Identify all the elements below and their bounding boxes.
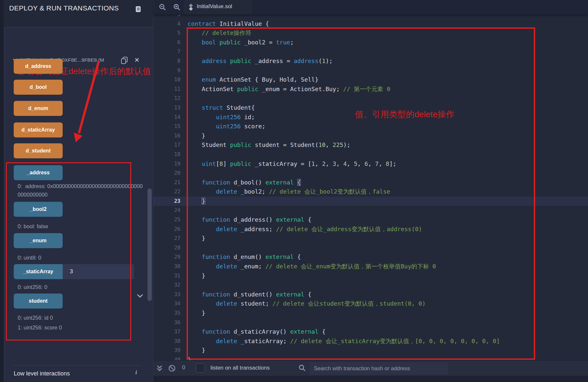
line-number[interactable]: 27	[153, 234, 180, 243]
line-number[interactable]: 28	[153, 243, 180, 253]
terminal-content	[153, 376, 588, 382]
zoom-in-icon[interactable]	[173, 4, 180, 11]
line-number[interactable]: 33	[153, 290, 180, 299]
tab-initialvalue-sol[interactable]: InitialValue.sol	[184, 0, 252, 14]
line-number[interactable]: 39	[153, 346, 180, 355]
line-number[interactable]: 12	[153, 94, 180, 103]
red-annotation-code: 值、引用类型的delete操作	[355, 109, 455, 120]
solidity-icon	[188, 3, 194, 11]
line-number[interactable]: 10	[153, 75, 180, 85]
line-number[interactable]: 36	[153, 318, 180, 327]
listen-checkbox[interactable]	[196, 363, 205, 373]
line-number[interactable]: 22	[153, 187, 180, 197]
line-number[interactable]: 38	[153, 337, 180, 346]
line-number[interactable]: 17	[153, 140, 180, 150]
panel-left-edge	[0, 0, 4, 382]
line-number[interactable]: 18	[153, 150, 180, 159]
info-icon[interactable]: i	[135, 369, 137, 376]
line-number[interactable]: 11	[153, 85, 180, 94]
line-number[interactable]: 32	[153, 280, 180, 290]
collapse-terminal-icon[interactable]	[157, 365, 162, 372]
tab-label: InitialValue.sol	[197, 3, 232, 10]
line-number[interactable]: 9	[153, 66, 180, 75]
code-line-4[interactable]: 4contract InitialValue {	[153, 19, 588, 29]
line-number[interactable]: 23	[153, 197, 180, 206]
line-number[interactable]: 31	[153, 271, 180, 281]
line-number[interactable]: 34	[153, 299, 180, 309]
line-number[interactable]: 26	[153, 225, 180, 234]
line-number[interactable]: 13	[153, 103, 180, 113]
line-number[interactable]: 24	[153, 206, 180, 215]
line-number[interactable]: 20	[153, 168, 180, 178]
terminal-bar: 0 listen on all transactions	[153, 360, 588, 376]
journal-icon[interactable]	[135, 6, 142, 13]
remix-ide-screen: DEPLOY & RUN TRANSACTIONS INITIALVALUE A…	[0, 0, 588, 382]
line-number[interactable]: 15	[153, 122, 180, 131]
line-number[interactable]: 14	[153, 113, 180, 122]
panel-title: DEPLOY & RUN TRANSACTIONS	[9, 4, 119, 12]
line-number[interactable]: 5	[153, 28, 180, 38]
line-number[interactable]: 7	[153, 47, 180, 56]
line-number[interactable]: 29	[153, 252, 180, 262]
line-number[interactable]: 6	[153, 38, 180, 47]
deploy-run-panel: DEPLOY & RUN TRANSACTIONS INITIALVALUE A…	[0, 0, 153, 382]
zoom-out-icon[interactable]	[159, 4, 166, 11]
search-icon	[298, 364, 306, 372]
code-text: contract InitialValue {	[180, 19, 269, 29]
transaction-count-badge: 0	[182, 364, 185, 371]
line-number[interactable]: 19	[153, 159, 180, 169]
panel-scrollbar[interactable]	[147, 188, 152, 301]
editor-tab-bar: InitialValue.sol	[153, 0, 588, 14]
expand-chevron-icon[interactable]	[137, 294, 143, 298]
line-number[interactable]: 4	[153, 19, 180, 29]
red-highlight-box-results	[6, 162, 131, 341]
red-highlight-box-code	[187, 27, 535, 360]
line-number[interactable]: 35	[153, 309, 180, 318]
transaction-search-input[interactable]	[309, 362, 448, 374]
line-number[interactable]: 30	[153, 262, 180, 271]
line-number[interactable]: 25	[153, 215, 180, 225]
line-number[interactable]: 37	[153, 327, 180, 337]
listen-label: listen on all transactions	[210, 365, 270, 371]
low-level-interactions-title: Low level interactions	[14, 370, 70, 377]
line-number[interactable]: 21	[153, 178, 180, 187]
line-number[interactable]: 16	[153, 131, 180, 141]
clear-transactions-icon[interactable]	[168, 364, 176, 372]
line-number[interactable]: 8	[153, 56, 180, 66]
divider	[14, 365, 142, 366]
